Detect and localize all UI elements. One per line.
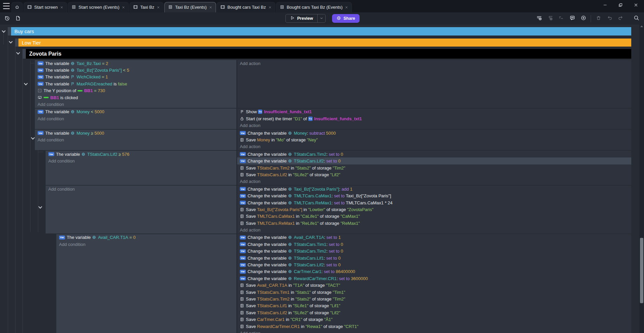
comment-button[interactable] bbox=[569, 15, 576, 22]
action-row[interactable]: Save TStatsCars.Lif2 in "SLife2" of stor… bbox=[237, 171, 631, 178]
action-row[interactable]: Start (or reset) the timer "D1" of TxIns… bbox=[237, 115, 631, 122]
collapse-chevron[interactable] bbox=[16, 51, 20, 55]
action-row[interactable]: VarChange the variable CarTmer.Car1: set… bbox=[237, 268, 631, 275]
close-icon[interactable] bbox=[209, 5, 212, 10]
group-drag-handle[interactable] bbox=[22, 49, 26, 59]
event-block[interactable]: VarThe variable Money ≥ 5000Add conditio… bbox=[35, 130, 631, 150]
action-row[interactable]: VarChange the variable TStatsCars.Tim1: … bbox=[237, 241, 631, 248]
condition-row[interactable]: VarThe variable Avail_CAR.T1A = 0 bbox=[56, 234, 236, 241]
add-action-link[interactable]: Add action bbox=[237, 226, 631, 233]
action-row[interactable]: VarChange the variable TStatsCars.Lif2: … bbox=[237, 261, 631, 268]
action-row[interactable]: Save CarTmer.Car1 in "CR1" of storage "Å… bbox=[237, 316, 631, 323]
add-condition-link[interactable]: Add condition bbox=[35, 101, 236, 108]
action-row[interactable]: VarChange the variable Avail_CAR.T1A: se… bbox=[237, 234, 631, 241]
condition-row[interactable]: VarThe variable Taxi_Bz.Taxi = 2 bbox=[35, 60, 236, 67]
save-file-button[interactable] bbox=[14, 15, 21, 22]
collapse-chevron[interactable] bbox=[2, 29, 6, 33]
close-icon[interactable] bbox=[122, 5, 125, 10]
event-block[interactable]: VarThe variable Avail_CAR.T1A = 0Add con… bbox=[56, 234, 631, 333]
group-low-tier[interactable]: Low Tier bbox=[18, 39, 631, 47]
add-subevent-button[interactable] bbox=[546, 15, 554, 22]
event-block[interactable]: VarThe variable Taxi_Bz.Taxi = 2VarThe v… bbox=[35, 60, 631, 108]
scrollbar-thumb[interactable] bbox=[640, 238, 643, 303]
menu-icon[interactable] bbox=[3, 3, 10, 9]
collapse-chevron[interactable] bbox=[24, 82, 28, 86]
action-row[interactable]: Save TMLTCars.ReMax1 in "ReLife1" of sto… bbox=[237, 220, 631, 226]
action-row[interactable]: Save Taxi_Bz["Zovota Paris"] in "Lowtier… bbox=[237, 206, 631, 213]
group-drag-handle[interactable] bbox=[15, 39, 18, 47]
action-row[interactable]: VarChange the variable TStatsCars.Tim2: … bbox=[237, 151, 631, 157]
add-action-link[interactable]: Add action bbox=[237, 122, 631, 129]
condition-row[interactable]: VarThe variable Money ≥ 5000 bbox=[35, 130, 236, 136]
action-row[interactable]: VarChange the variable Money: subtract 5… bbox=[237, 130, 631, 136]
collapse-chevron[interactable] bbox=[31, 136, 35, 140]
tab-bought-cars-taxi-bz-events[interactable]: Bought cars Taxi Bz (Events) bbox=[276, 2, 352, 12]
action-row[interactable]: Show TxInsufficient_funds_txt1 bbox=[237, 109, 631, 115]
redo-button[interactable] bbox=[617, 15, 624, 22]
condition-row[interactable]: VarThe variable MaxPAGEreached is false bbox=[35, 80, 236, 87]
condition-row[interactable]: BB1 is clicked bbox=[35, 94, 236, 101]
search-button[interactable] bbox=[633, 15, 640, 22]
condition-row[interactable]: The Y position of BB1 = 730 bbox=[35, 87, 236, 94]
group-buy-cars[interactable]: Buy cars bbox=[11, 27, 631, 36]
action-row[interactable]: Save TMLTCars.CaMax1 in "CaLife1" of sto… bbox=[237, 213, 631, 220]
action-row[interactable]: VarChange the variable TMLTCars.CaMax1: … bbox=[237, 192, 631, 199]
vertical-scrollbar[interactable] bbox=[639, 24, 644, 333]
add-condition-link[interactable]: Add condition bbox=[56, 241, 236, 248]
add-action-link[interactable]: Add action bbox=[237, 178, 631, 185]
group-zovota-paris[interactable]: Zovota Paris bbox=[26, 49, 631, 59]
close-icon[interactable] bbox=[345, 5, 348, 10]
tab-start-screen-events[interactable]: Start screen (Events) bbox=[68, 2, 129, 12]
condition-row[interactable]: VarThe variable WichClicked = 1 bbox=[35, 74, 236, 80]
close-icon[interactable] bbox=[60, 5, 63, 10]
add-action-link[interactable]: Add action bbox=[237, 143, 631, 150]
action-row[interactable]: Save TStatsCars.Tim2 in "Stats2" of stor… bbox=[237, 164, 631, 171]
action-row[interactable]: VarChange the variable TMLTCars.ReMax1: … bbox=[237, 199, 631, 206]
condition-row[interactable]: VarThe variable Taxi_Bz["Zovota Paris"] … bbox=[35, 67, 236, 73]
add-circle-button[interactable] bbox=[580, 15, 587, 22]
undo-button[interactable] bbox=[606, 15, 613, 22]
action-row[interactable]: VarChange the variable TStatsCars.Tim2: … bbox=[237, 248, 631, 255]
maximize-button[interactable] bbox=[616, 1, 625, 10]
collapse-chevron[interactable] bbox=[39, 205, 42, 209]
close-icon[interactable] bbox=[268, 5, 272, 10]
add-event-button[interactable] bbox=[535, 15, 543, 22]
event-block[interactable]: VarThe variable Money < 5000Add conditio… bbox=[35, 109, 631, 129]
tab-bought-cars-taxi-bz[interactable]: Bought cars Taxi Bz bbox=[217, 2, 275, 12]
event-block[interactable]: Add conditionVarChange the variable Taxi… bbox=[46, 186, 631, 234]
action-row[interactable]: Save Money in "Mo" of storage "Ney" bbox=[237, 136, 631, 143]
share-button[interactable]: Share bbox=[332, 14, 360, 23]
action-row[interactable]: Save TStatsCars.Tim2 in "Stats2" of stor… bbox=[237, 295, 631, 302]
event-block[interactable]: VarThe variable TStatsCars.Lif2 ≥ 576Add… bbox=[46, 151, 631, 185]
tab-taxi-bz-events[interactable]: Taxi Bz (Events) bbox=[164, 2, 216, 12]
group-drag-handle[interactable] bbox=[8, 27, 11, 36]
add-condition-link[interactable]: Add condition bbox=[35, 136, 236, 143]
action-row[interactable]: Save TStatsCars.Tim1 in "Stats1" of stor… bbox=[237, 289, 631, 295]
add-external-button[interactable] bbox=[557, 15, 565, 22]
add-condition-link[interactable]: Add condition bbox=[35, 115, 236, 122]
action-row[interactable]: VarChange the variable TStatsCars.Lif1: … bbox=[237, 255, 631, 261]
tab-start-screen[interactable]: Start screen bbox=[23, 2, 67, 12]
trash-button[interactable] bbox=[595, 15, 602, 22]
minimize-button[interactable] bbox=[600, 1, 610, 10]
preview-button[interactable]: Preview bbox=[286, 14, 317, 22]
scroll-up-arrow-icon[interactable] bbox=[640, 25, 643, 27]
add-action-link[interactable]: Add action bbox=[237, 60, 631, 67]
condition-row[interactable]: VarThe variable TStatsCars.Lif2 ≥ 576 bbox=[46, 151, 236, 157]
action-row[interactable]: VarChange the variable TStatsCars.Lif2: … bbox=[237, 157, 631, 164]
action-row[interactable]: Save RewardCarTimer.CR1 in "Rewa1" of st… bbox=[237, 323, 631, 330]
tab-taxi-bz[interactable]: Taxi Bz bbox=[129, 2, 164, 12]
action-row[interactable]: Save Avail_CAR.T1A in "T1A" of storage "… bbox=[237, 282, 631, 289]
action-row[interactable]: VarChange the variable RewardCarTimer.CR… bbox=[237, 275, 631, 282]
action-row[interactable]: VarChange the variable Taxi_Bz["Zovota P… bbox=[237, 186, 631, 192]
action-row[interactable]: Save TStatsCars.Lif2 in "SLife2" of stor… bbox=[237, 309, 631, 316]
condition-row[interactable]: VarThe variable Money < 5000 bbox=[35, 109, 236, 115]
add-condition-link[interactable]: Add condition bbox=[46, 186, 236, 192]
add-action-link[interactable]: Add action bbox=[237, 330, 631, 333]
add-condition-link[interactable]: Add condition bbox=[46, 157, 236, 164]
close-icon[interactable] bbox=[157, 5, 160, 10]
tab-home[interactable] bbox=[11, 2, 23, 12]
action-row[interactable]: Save TStatsCars.Lif1 in "SLife1" of stor… bbox=[237, 303, 631, 309]
history-button[interactable] bbox=[3, 15, 11, 22]
collapse-chevron[interactable] bbox=[9, 40, 13, 44]
